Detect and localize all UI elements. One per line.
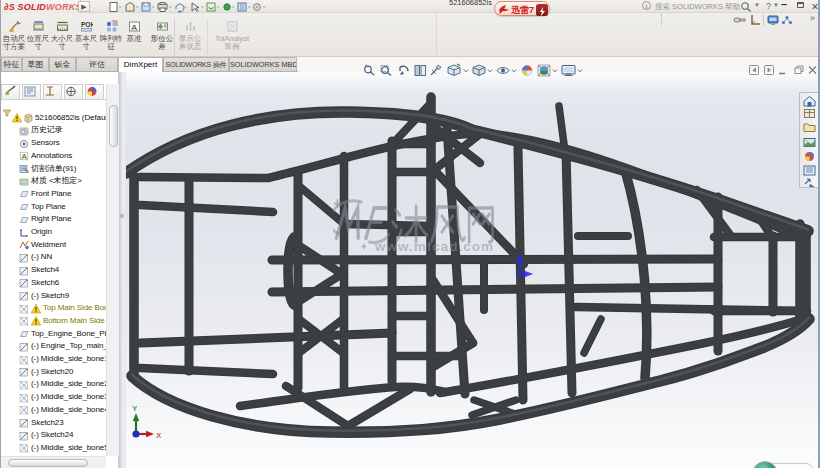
svg-text:A: A	[131, 23, 137, 32]
svg-text:POH: POH	[81, 21, 93, 28]
svg-text:Y: Y	[132, 404, 138, 413]
svg-text:X: X	[156, 431, 162, 440]
